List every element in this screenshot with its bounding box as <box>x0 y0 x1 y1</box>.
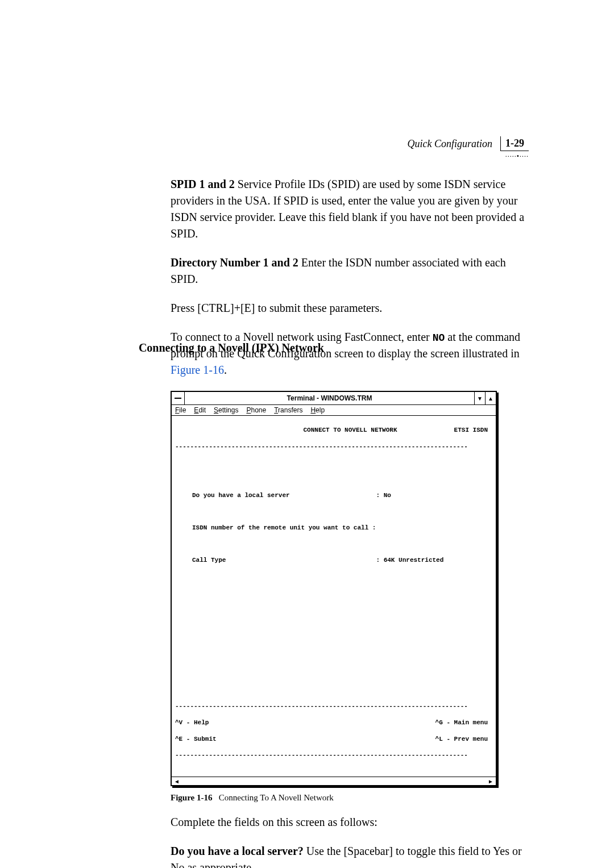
menu-edit[interactable]: Edit <box>194 406 206 414</box>
figure-link[interactable]: Figure 1-16 <box>171 364 224 376</box>
menu-help[interactable]: Help <box>310 406 325 414</box>
maximize-icon[interactable]: ▲ <box>485 392 496 404</box>
q-call-type-value: : 64K Unrestricted <box>376 557 443 564</box>
running-title: Quick Configuration <box>408 138 493 150</box>
menu-phone[interactable]: Phone <box>246 406 266 414</box>
terminal-window: Terminal - WINDOWS.TRM ▼ ▲ File Edit Set… <box>171 391 497 786</box>
menu-file[interactable]: File <box>175 406 186 414</box>
footer-prevmenu: ^L - Prev menu <box>435 735 488 743</box>
divider-top: ----------------------------------------… <box>175 443 492 450</box>
section-connecting: Connecting to a Novell (IPX) Network To … <box>114 329 540 378</box>
minimize-icon[interactable]: ▼ <box>474 392 485 404</box>
heading-local-server: Do you have a local server? <box>171 845 304 857</box>
menu-transfers[interactable]: Transfers <box>274 406 302 414</box>
heading-spid: SPID 1 and 2 <box>171 178 235 190</box>
q-local-server-label: Do you have a local server <box>192 492 290 499</box>
connect-cmd: NO <box>433 332 445 344</box>
para-dirnum: Directory Number 1 and 2 Enter the ISDN … <box>171 254 526 287</box>
q-local-server-value: : No <box>376 492 391 499</box>
running-head: Quick Configuration 1-29 <box>408 136 529 151</box>
body: SPID 1 and 2 Service Profile IDs (SPID) … <box>114 176 540 868</box>
figure-caption: Figure 1-16 Connecting To A Novell Netwo… <box>171 793 540 803</box>
divider-end: ----------------------------------------… <box>175 751 492 759</box>
dots-icon: ·····•···· <box>505 152 529 161</box>
scroll-left-icon[interactable]: ◄ <box>174 778 180 784</box>
q-isdn-number-label: ISDN number of the remote unit you want … <box>192 524 376 531</box>
term-header-center: CONNECT TO NOVELL NETWORK <box>303 426 397 434</box>
heading-dirnum: Directory Number 1 and 2 <box>171 256 298 269</box>
figure-title: Connecting To A Novell Network <box>219 793 334 802</box>
window-title: Terminal - WINDOWS.TRM <box>185 392 474 404</box>
footer-help: ^V - Help <box>175 719 209 727</box>
menubar: File Edit Settings Phone Transfers Help <box>172 405 496 416</box>
para-local-server-q: Do you have a local server? Use the [Spa… <box>171 843 526 868</box>
para-complete-fields: Complete the fields on this screen as fo… <box>171 814 526 831</box>
scroll-right-icon[interactable]: ► <box>488 778 493 784</box>
footer-mainmenu: ^G - Main menu <box>435 719 488 727</box>
para-submit-hint: Press [CTRL]+[E] to submit these paramet… <box>171 300 526 316</box>
titlebar: Terminal - WINDOWS.TRM ▼ ▲ <box>172 392 496 405</box>
term-header-right: ETSI ISDN <box>454 426 488 434</box>
para-spid: SPID 1 and 2 Service Profile IDs (SPID) … <box>171 176 526 242</box>
section-heading: Connecting to a Novell (IPX) Network <box>114 341 324 354</box>
page-number: 1-29 <box>500 136 529 151</box>
divider-bottom: ----------------------------------------… <box>175 702 492 710</box>
system-menu-icon[interactable] <box>172 392 185 404</box>
scrollbar-horizontal[interactable]: ◄ ► <box>172 777 496 785</box>
page: Quick Configuration 1-29 ·····•···· SPID… <box>0 0 614 868</box>
menu-settings[interactable]: Settings <box>214 406 238 414</box>
terminal-content: CONNECT TO NOVELL NETWORKETSI ISDN -----… <box>172 416 496 777</box>
q-call-type-label: Call Type <box>192 557 226 564</box>
footer-submit: ^E - Submit <box>175 735 217 743</box>
connect-post: . <box>224 364 227 376</box>
figure-number: Figure 1-16 <box>171 793 212 802</box>
